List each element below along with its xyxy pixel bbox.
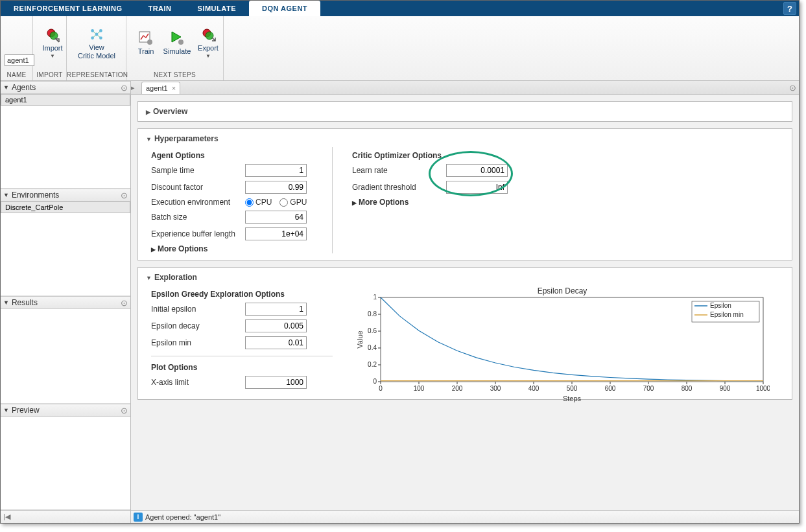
agent-more-options[interactable]: ▶More Options: [151, 244, 319, 253]
chevron-down-icon: ▼: [3, 407, 9, 413]
tab-reinforcement-learning[interactable]: REINFORCEMENT LEARNING: [1, 1, 135, 16]
gear-icon[interactable]: ⊙: [789, 83, 796, 93]
chevron-down-icon: ▼: [146, 136, 152, 143]
gear-icon[interactable]: ⊙: [121, 406, 128, 415]
tab-simulate[interactable]: SIMULATE: [185, 1, 249, 16]
group-label-representation: REPRESENTATION: [67, 70, 126, 80]
list-item-env[interactable]: Discrete_CartPole: [1, 202, 130, 213]
initial-epsilon-input[interactable]: [245, 303, 307, 316]
batch-size-input[interactable]: [245, 211, 307, 224]
svg-text:0.4: 0.4: [368, 344, 377, 351]
agent-name-field[interactable]: [5, 54, 34, 66]
group-label-nextsteps: NEXT STEPS: [126, 70, 223, 80]
doc-menu-icon[interactable]: ▸: [131, 84, 139, 91]
svg-point-9: [99, 29, 102, 32]
critic-options-heading: Critic Optimizer Options: [352, 151, 534, 160]
svg-point-12: [147, 40, 152, 45]
svg-text:Epsilon: Epsilon: [710, 302, 731, 309]
chevron-down-icon: ▼: [3, 192, 9, 198]
epsilon-min-input[interactable]: [245, 336, 307, 349]
chevron-down-icon: ▼: [3, 84, 9, 91]
export-icon: [200, 27, 216, 43]
dropdown-icon: ▼: [50, 53, 55, 59]
gpu-radio[interactable]: GPU: [279, 198, 307, 207]
cpu-radio[interactable]: CPU: [245, 198, 272, 207]
gear-icon[interactable]: ⊙: [121, 298, 128, 308]
discount-factor-label: Discount factor: [151, 183, 245, 192]
svg-text:600: 600: [605, 385, 616, 392]
simulate-button[interactable]: Simulate: [161, 29, 193, 57]
epsilon-min-label: Epsilon min: [151, 338, 245, 347]
results-panel-header[interactable]: ▼ Results ⊙: [1, 296, 130, 309]
overview-toggle[interactable]: ▶Overview: [146, 107, 784, 116]
preview-panel-header[interactable]: ▼ Preview ⊙: [1, 404, 130, 417]
svg-text:Steps: Steps: [563, 395, 582, 402]
svg-text:800: 800: [682, 385, 693, 392]
svg-text:500: 500: [567, 385, 578, 392]
svg-text:900: 900: [720, 385, 731, 392]
import-button[interactable]: Import ▼: [37, 26, 68, 60]
network-icon: [89, 27, 104, 42]
group-label-import: IMPORT: [33, 70, 66, 80]
train-icon: [138, 30, 154, 46]
hyperparameters-section: ▼Hyperparameters Agent Options Sample ti…: [137, 128, 792, 260]
batch-size-label: Batch size: [151, 213, 245, 222]
list-item-agent1[interactable]: agent1: [1, 94, 130, 106]
export-button[interactable]: Export ▼: [193, 26, 224, 60]
svg-text:200: 200: [452, 385, 463, 392]
exploration-section: ▼Exploration Epsilon Greedy Exploration …: [137, 267, 792, 400]
play-icon: [169, 30, 185, 46]
svg-text:1000: 1000: [756, 385, 770, 392]
hyperparameters-toggle[interactable]: ▼Hyperparameters: [146, 134, 784, 143]
doc-tab-agent1[interactable]: agent1 ×: [141, 82, 180, 94]
exec-env-label: Execution environment: [151, 198, 245, 207]
environments-panel-header[interactable]: ▼ Environments ⊙: [1, 189, 130, 202]
tab-dqn-agent[interactable]: DQN AGENT: [249, 1, 320, 16]
svg-text:0: 0: [379, 385, 383, 392]
agent-options-heading: Agent Options: [151, 151, 319, 160]
critic-more-options[interactable]: ▶More Options: [352, 198, 534, 207]
svg-point-13: [178, 40, 184, 45]
chevron-right-icon: ▶: [151, 246, 156, 253]
agents-panel-header[interactable]: ▼ Agents ⊙: [1, 81, 130, 94]
gear-icon[interactable]: ⊙: [121, 83, 128, 93]
epsilon-decay-chart: Epsilon Decay00.20.40.60.810100200300400…: [355, 286, 770, 393]
nav-prev-icon[interactable]: |◀: [3, 513, 10, 521]
chevron-right-icon: ▶: [146, 109, 150, 115]
svg-text:0.6: 0.6: [368, 327, 377, 334]
epsilon-options-heading: Epsilon Greedy Exploration Options: [151, 290, 333, 299]
learn-rate-input[interactable]: [446, 164, 508, 177]
svg-point-7: [91, 36, 94, 40]
plot-options-heading: Plot Options: [151, 363, 333, 372]
dropdown-icon: ▼: [206, 53, 211, 59]
view-critic-model-button[interactable]: ViewCritic Model: [71, 25, 123, 62]
exploration-toggle[interactable]: ▼Exploration: [146, 273, 784, 282]
ribbon-tab-bar: REINFORCEMENT LEARNING TRAIN SIMULATE DQ…: [1, 1, 799, 16]
svg-point-1: [50, 32, 58, 40]
epsilon-decay-input[interactable]: [245, 319, 307, 332]
initial-epsilon-label: Initial epsilon: [151, 305, 245, 314]
status-bar: |◀ i Agent opened: "agent1": [1, 510, 799, 523]
train-button[interactable]: Train: [130, 29, 161, 57]
xaxis-limit-input[interactable]: [245, 376, 307, 389]
sample-time-input[interactable]: [245, 164, 307, 177]
svg-text:0: 0: [373, 378, 377, 385]
gradient-threshold-label: Gradient threshold: [352, 183, 446, 192]
svg-text:Epsilon min: Epsilon min: [710, 311, 744, 318]
svg-text:300: 300: [490, 385, 501, 392]
gear-icon[interactable]: ⊙: [121, 191, 128, 200]
tab-train[interactable]: TRAIN: [135, 1, 184, 16]
gradient-threshold-input[interactable]: [446, 181, 508, 194]
buffer-length-input[interactable]: [245, 227, 307, 240]
close-icon[interactable]: ×: [172, 84, 176, 92]
discount-factor-input[interactable]: [245, 181, 307, 194]
xaxis-limit-label: X-axis limit: [151, 378, 245, 387]
chevron-down-icon: ▼: [3, 299, 9, 306]
group-label-name: NAME: [1, 70, 32, 80]
overview-section: ▶Overview: [137, 101, 792, 122]
svg-point-10: [99, 36, 102, 40]
learn-rate-label: Learn rate: [352, 166, 446, 175]
svg-text:Epsilon Decay: Epsilon Decay: [538, 286, 587, 295]
svg-text:0.2: 0.2: [368, 361, 377, 368]
help-button[interactable]: ?: [783, 2, 796, 15]
